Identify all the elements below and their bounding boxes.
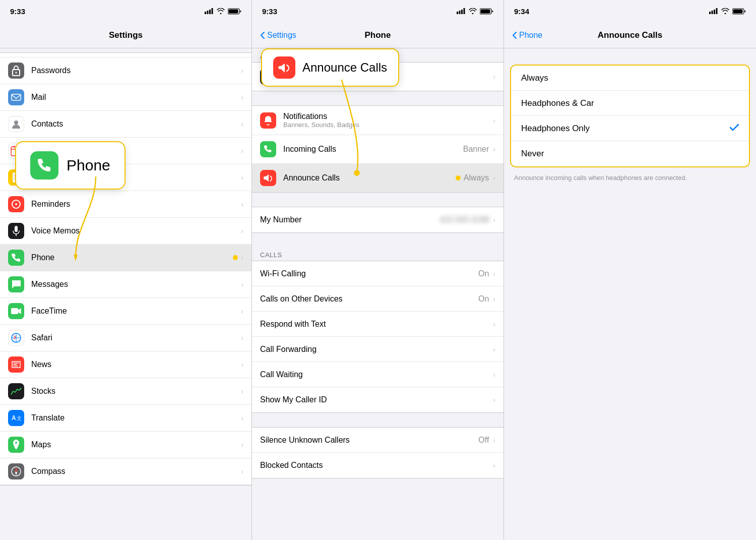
settings-item-calendar[interactable]: 4 Calendar › <box>0 138 251 164</box>
list-item-incoming-calls[interactable]: Incoming Calls Banner › <box>252 135 503 164</box>
always-label: Always <box>521 73 739 83</box>
phone-app-icon <box>8 250 24 266</box>
announce-option-headphones-only[interactable]: Headphones Only <box>511 116 749 141</box>
svg-marker-30 <box>15 467 18 471</box>
svg-rect-35 <box>461 10 463 14</box>
svg-text:4: 4 <box>15 150 18 155</box>
incoming-calls-icon <box>260 141 276 157</box>
svg-rect-22 <box>11 308 18 314</box>
blocked-chevron: › <box>493 461 495 469</box>
contacts-icon <box>8 116 24 132</box>
wifi-icon-3 <box>721 8 729 14</box>
signal-icon-2 <box>457 8 466 14</box>
call-waiting-label: Call Waiting <box>260 370 493 379</box>
status-bar-3: 9:34 <box>504 0 756 22</box>
announce-option-never[interactable]: Never <box>511 141 749 166</box>
mail-chevron: › <box>241 93 243 101</box>
settings-item-compass[interactable]: Compass › <box>0 458 251 485</box>
svg-point-28 <box>15 442 17 444</box>
list-item-calls-other-devices[interactable]: Calls on Other Devices On › <box>252 286 503 312</box>
allow-section-header: ALLOW PHONE TO ACCESS <box>252 48 503 62</box>
settings-item-translate[interactable]: A 文 Translate › <box>0 405 251 432</box>
announce-option-always[interactable]: Always <box>511 66 749 91</box>
svg-rect-0 <box>205 12 206 14</box>
announce-back-label: Phone <box>519 31 542 40</box>
announce-calls-dot <box>456 175 461 181</box>
maps-chevron: › <box>241 441 243 449</box>
settings-item-contacts[interactable]: Contacts › <box>0 111 251 138</box>
settings-item-mail[interactable]: Mail › <box>0 84 251 111</box>
settings-item-voicememos[interactable]: Voice Memos › <box>0 218 251 245</box>
svg-text:文: 文 <box>17 415 22 421</box>
time-3: 9:34 <box>514 7 529 16</box>
list-item-siri[interactable]: Siri & Se... › <box>252 63 503 91</box>
respond-text-chevron: › <box>493 320 495 328</box>
caller-id-chevron: › <box>493 396 495 404</box>
calls-section-header: CALLS <box>252 247 503 261</box>
list-item-my-number[interactable]: My Number 415 555 0199 › <box>252 207 503 232</box>
settings-item-reminders[interactable]: Reminders › <box>0 191 251 218</box>
settings-item-news[interactable]: News › <box>0 351 251 378</box>
panel-announce-calls: 9:34 Phone <box>504 0 756 540</box>
list-item-wifi-calling[interactable]: Wi-Fi Calling On › <box>252 261 503 286</box>
voicememos-label: Voice Memos <box>31 226 241 235</box>
siri-icon <box>260 69 276 85</box>
list-item-announce-calls[interactable]: Announce Calls Always › <box>252 164 503 192</box>
silence-unknown-chevron: › <box>493 436 495 444</box>
siri-label: Siri & Se... <box>283 72 493 81</box>
announce-back-button[interactable]: Phone <box>512 31 542 40</box>
siri-chevron: › <box>493 73 495 81</box>
nav-bar-settings: Settings <box>0 22 251 48</box>
announce-back-icon <box>512 31 517 39</box>
passwords-label: Passwords <box>31 66 241 75</box>
status-icons-3 <box>709 8 746 15</box>
settings-item-passwords[interactable]: Passwords › <box>0 57 251 84</box>
battery-icon-2 <box>480 8 493 15</box>
news-chevron: › <box>241 361 243 369</box>
mail-label: Mail <box>31 93 241 102</box>
settings-item-notes[interactable]: Notes › <box>0 164 251 191</box>
passwords-chevron: › <box>241 67 243 75</box>
phone-top-group: Notifications Banners, Sounds, Badges › … <box>252 105 503 193</box>
svg-rect-20 <box>15 226 18 232</box>
svg-rect-8 <box>12 94 21 100</box>
panel-settings: 9:33 Settings <box>0 0 252 540</box>
notes-icon <box>8 169 24 186</box>
list-item-call-forwarding[interactable]: Call Forwarding › <box>252 337 503 362</box>
nav-bar-announce: Phone Announce Calls <box>504 22 756 48</box>
phone-back-button[interactable]: Settings <box>260 31 296 40</box>
wifi-calling-chevron: › <box>493 270 495 278</box>
list-item-blocked[interactable]: Blocked Contacts › <box>252 453 503 478</box>
list-item-call-waiting[interactable]: Call Waiting › <box>252 362 503 387</box>
list-item-respond-text[interactable]: Respond with Text › <box>252 312 503 337</box>
wifi-calling-value: On <box>478 269 489 278</box>
voicememos-icon <box>8 223 24 239</box>
settings-item-maps[interactable]: Maps › <box>0 432 251 458</box>
phone-back-label: Settings <box>267 31 296 40</box>
maps-label: Maps <box>31 440 241 449</box>
list-item-silence-unknown[interactable]: Silence Unknown Callers Off › <box>252 428 503 453</box>
svg-rect-36 <box>464 8 465 14</box>
svg-rect-12 <box>18 146 19 148</box>
compass-app-icon <box>8 463 24 479</box>
settings-item-phone[interactable]: Phone › <box>0 245 251 271</box>
settings-list: Passwords › Mail › <box>0 48 251 540</box>
announce-calls-value: Always <box>464 173 489 183</box>
list-item-caller-id[interactable]: Show My Caller ID › <box>252 387 503 412</box>
settings-item-safari[interactable]: Safari › <box>0 325 251 351</box>
call-forwarding-label: Call Forwarding <box>260 345 493 354</box>
voicememos-chevron: › <box>241 227 243 235</box>
status-bar-1: 9:33 <box>0 0 251 22</box>
settings-item-messages[interactable]: Messages › <box>0 271 251 298</box>
safari-chevron: › <box>241 334 243 342</box>
settings-item-facetime[interactable]: FaceTime › <box>0 298 251 325</box>
compass-chevron: › <box>241 467 243 475</box>
settings-item-stocks[interactable]: Stocks › <box>0 378 251 405</box>
incoming-calls-chevron: › <box>493 145 495 153</box>
notes-label: Notes <box>31 173 241 182</box>
calendar-chevron: › <box>241 147 243 155</box>
messages-icon <box>8 276 24 292</box>
announce-option-headphones-car[interactable]: Headphones & Car <box>511 91 749 116</box>
silence-unknown-value: Off <box>478 436 489 445</box>
list-item-notifications[interactable]: Notifications Banners, Sounds, Badges › <box>252 106 503 135</box>
